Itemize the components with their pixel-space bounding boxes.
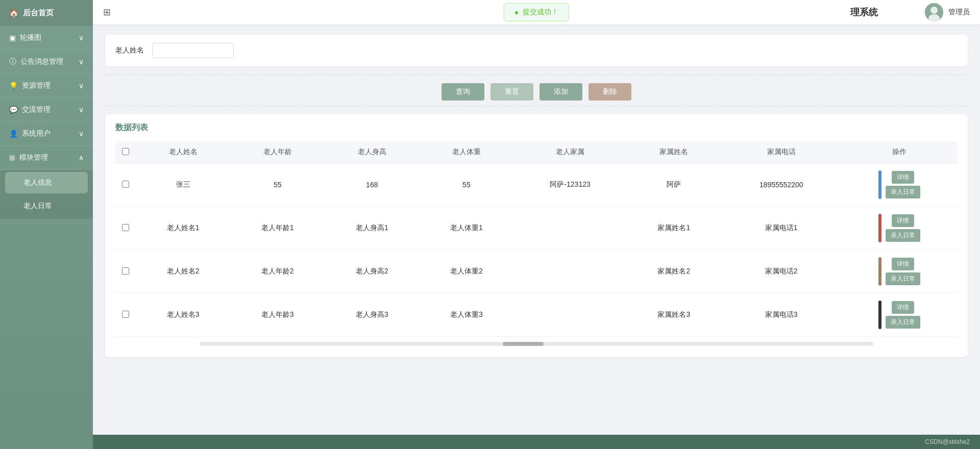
row-checkbox-4[interactable] (122, 311, 129, 318)
row-family-3 (513, 250, 626, 293)
sidebar-submenu-item-elder-info[interactable]: 老人信息 (5, 172, 88, 193)
sidebar: 🏠 后台首页 ▣ 轮播图 ∨ ⓘ 公告消息管理 ∨ 💡 资源管理 ∨ 💬 交流管… (0, 0, 93, 449)
scrollbar-area (115, 339, 958, 349)
horizontal-scrollbar[interactable] (200, 342, 873, 346)
info-icon: ⓘ (9, 57, 16, 66)
sidebar-item-label: 系统用户 (22, 129, 51, 138)
data-section: 数据列表 老人姓名 老人年龄 老人身高 老人体重 老人家属 家属姓名 家属电话 (105, 114, 968, 357)
row-family-phone-3: 家属电话2 (721, 250, 842, 293)
row-height-1: 168 (325, 163, 419, 207)
reset-button[interactable]: 重置 (491, 83, 533, 101)
record-button-2[interactable]: 录入日常 (886, 229, 920, 242)
detail-button-4[interactable]: 详情 (892, 301, 914, 314)
row-checkbox-cell (115, 163, 136, 207)
sidebar-item-label: 模块管理 (19, 153, 48, 162)
row-weight-2: 老人体重1 (419, 207, 513, 250)
topbar-left: ⊞ (103, 7, 111, 18)
chevron-down-icon: ∨ (79, 58, 84, 66)
record-button-4[interactable]: 录入日常 (886, 316, 920, 329)
svg-point-1 (930, 7, 938, 14)
color-bar-4 (878, 301, 881, 329)
table-row: 老人姓名3 老人年龄3 老人身高3 老人体重3 家属姓名3 家属电话3 详情 录… (115, 293, 958, 337)
sidebar-item-label: 轮播图 (20, 33, 41, 42)
row-family-phone-1: 18955552200 (721, 163, 842, 207)
row-family-2 (513, 207, 626, 250)
scrollbar-thumb[interactable] (503, 342, 544, 346)
check-icon: ● (514, 8, 519, 16)
row-checkbox-cell (115, 207, 136, 250)
action-btns-2: 详情 录入日常 (886, 214, 920, 242)
add-button[interactable]: 添加 (540, 83, 582, 101)
search-input[interactable] (152, 43, 234, 58)
detail-button-2[interactable]: 详情 (892, 214, 914, 227)
topbar: ⊞ ● 提交成功！ 理系统 管理员 (93, 0, 980, 24)
record-button-1[interactable]: 录入日常 (886, 186, 920, 198)
row-checkbox-cell (115, 293, 136, 337)
table-row: 老人姓名2 老人年龄2 老人身高2 老人体重2 家属姓名2 家属电话2 详情 录… (115, 250, 958, 293)
topbar-grid-icon[interactable]: ⊞ (103, 7, 111, 18)
row-weight-3: 老人体重2 (419, 250, 513, 293)
query-button[interactable]: 查询 (442, 83, 484, 101)
sidebar-item-label: 交流管理 (22, 105, 51, 114)
sidebar-item-carousel[interactable]: ▣ 轮播图 ∨ (0, 26, 93, 50)
row-name-3: 老人姓名2 (136, 250, 230, 293)
table-row: 张三 55 168 55 阿萨-123123 阿萨 18955552200 详情… (115, 163, 958, 207)
table-row: 老人姓名1 老人年龄1 老人身高1 老人体重1 家属姓名1 家属电话1 详情 录… (115, 207, 958, 250)
record-button-3[interactable]: 录入日常 (886, 272, 920, 285)
row-family-name-1: 阿萨 (627, 163, 721, 207)
section-title: 数据列表 (115, 122, 958, 133)
sidebar-submenu-item-elder-daily[interactable]: 老人日常 (5, 195, 88, 217)
row-actions-2: 详情 录入日常 (842, 207, 958, 250)
row-family-name-3: 家属姓名2 (627, 250, 721, 293)
action-btns-3: 详情 录入日常 (886, 258, 920, 285)
row-weight-4: 老人体重3 (419, 293, 513, 337)
row-checkbox-1[interactable] (122, 181, 129, 188)
search-bar: 老人姓名 (105, 35, 968, 66)
row-age-4: 老人年龄3 (230, 293, 325, 337)
row-family-phone-2: 家属电话1 (721, 207, 842, 250)
image-icon: ▣ (9, 34, 16, 42)
row-height-3: 老人身高2 (325, 250, 419, 293)
sidebar-item-communication[interactable]: 💬 交流管理 ∨ (0, 98, 93, 122)
row-age-1: 55 (230, 163, 325, 207)
topbar-right: 管理员 (925, 3, 970, 21)
th-age: 老人年龄 (230, 141, 325, 163)
row-family-1: 阿萨-123123 (513, 163, 626, 207)
action-buttons: 查询 重置 添加 删除 (105, 83, 968, 101)
user-icon: 👤 (9, 130, 18, 138)
th-family: 老人家属 (513, 141, 626, 163)
table-header-row: 老人姓名 老人年龄 老人身高 老人体重 老人家属 家属姓名 家属电话 操作 (115, 141, 958, 163)
detail-button-3[interactable]: 详情 (892, 258, 914, 270)
row-family-name-2: 家属姓名1 (627, 207, 721, 250)
chevron-down-icon: ∨ (79, 130, 84, 138)
delete-button[interactable]: 删除 (589, 83, 631, 101)
th-family-phone: 家属电话 (721, 141, 842, 163)
toast-notification: ● 提交成功！ (504, 3, 569, 21)
row-family-4 (513, 293, 626, 337)
row-checkbox-2[interactable] (122, 224, 129, 231)
select-all-checkbox[interactable] (122, 148, 129, 155)
row-name-4: 老人姓名3 (136, 293, 230, 337)
row-height-2: 老人身高1 (325, 207, 419, 250)
chevron-down-icon: ∨ (79, 34, 84, 42)
content-area: 老人姓名 查询 重置 添加 删除 数据列表 老人姓名 (93, 24, 980, 435)
sidebar-submenu: 老人信息 老人日常 (0, 170, 93, 219)
sidebar-header[interactable]: 🏠 后台首页 (0, 0, 93, 26)
sidebar-item-sysuser[interactable]: 👤 系统用户 ∨ (0, 122, 93, 146)
sidebar-item-announcement[interactable]: ⓘ 公告消息管理 ∨ (0, 50, 93, 74)
row-family-phone-4: 家属电话3 (721, 293, 842, 337)
topbar-username: 管理员 (948, 8, 970, 17)
detail-button-1[interactable]: 详情 (892, 171, 914, 184)
row-age-3: 老人年龄2 (230, 250, 325, 293)
row-actions-4: 详情 录入日常 (842, 293, 958, 337)
th-height: 老人身高 (325, 141, 419, 163)
row-checkbox-3[interactable] (122, 267, 129, 275)
search-label: 老人姓名 (115, 46, 144, 55)
th-family-name: 家属姓名 (627, 141, 721, 163)
th-weight: 老人体重 (419, 141, 513, 163)
sidebar-item-label: 资源管理 (22, 81, 51, 90)
sidebar-item-resource[interactable]: 💡 资源管理 ∨ (0, 74, 93, 98)
row-weight-1: 55 (419, 163, 513, 207)
divider-1 (105, 74, 968, 75)
sidebar-item-module[interactable]: ⊞ 模块管理 ∧ (0, 146, 93, 170)
